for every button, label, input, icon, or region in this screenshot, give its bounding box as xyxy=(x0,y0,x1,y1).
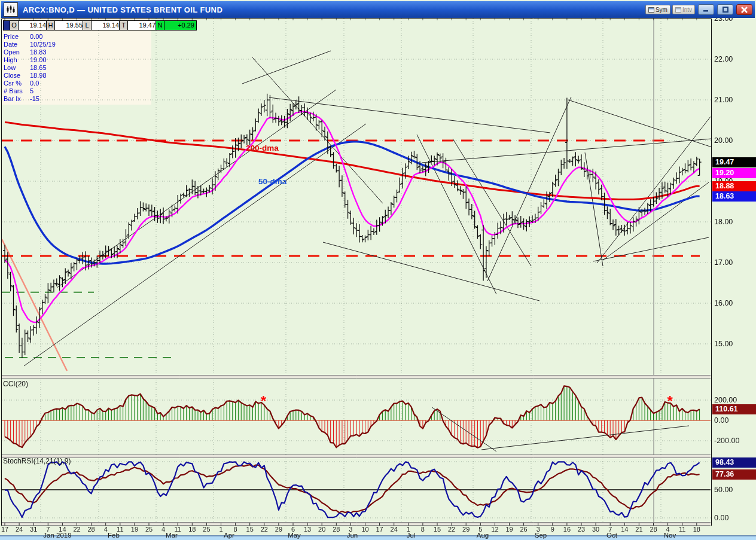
close-icon xyxy=(740,7,748,13)
date-tick-label: 16 xyxy=(559,526,575,533)
info-label: Close xyxy=(4,72,30,79)
info-label: # Bars xyxy=(4,87,30,94)
date-tick-label: 30 xyxy=(588,526,603,533)
info-value: 5 xyxy=(30,87,33,94)
cci-axis-label: -200.00 xyxy=(714,437,739,445)
cci-value-box: 110.61 xyxy=(712,404,756,414)
price-value-box: 18.88 xyxy=(712,181,756,191)
quote-last-label: T xyxy=(119,20,128,30)
price-axis-label: 16.00 xyxy=(714,299,733,307)
cci-axis-label: 200.00 xyxy=(714,396,737,404)
sym-button[interactable]: Sym xyxy=(645,5,670,14)
minimize-icon xyxy=(703,7,710,13)
date-tick-label: 25 xyxy=(141,526,157,533)
date-tick-label: 31 xyxy=(26,526,41,533)
price-axis-label: 21.00 xyxy=(714,96,733,104)
cci-panel-label: CCI(20) xyxy=(3,380,28,388)
info-value: 10/25/19 xyxy=(30,41,56,48)
maximize-icon xyxy=(722,7,729,13)
stoch-value-box: 98.43 xyxy=(712,457,756,468)
month-label: Nov xyxy=(664,532,676,539)
title-bar[interactable]: ARCX:BNO,D — UNITED STATES BRENT OIL FUN… xyxy=(1,1,755,18)
date-tick-label: 14 xyxy=(617,526,632,533)
month-label: Mar xyxy=(166,532,178,539)
info-value: 18.98 xyxy=(30,72,47,79)
info-row-#bars: # Bars5 xyxy=(4,87,33,95)
month-label: Sep xyxy=(535,532,547,539)
info-value: -15 xyxy=(30,95,39,102)
date-tick-label: 21 xyxy=(631,526,647,533)
info-label: Price xyxy=(4,33,30,40)
info-row-open: Open18.83 xyxy=(4,48,47,56)
info-label: High xyxy=(4,56,30,63)
price-value-box: 18.63 xyxy=(712,191,756,202)
quote-high-value: 19.55 xyxy=(54,20,85,30)
date-tick-label: 15 xyxy=(242,526,258,533)
date-tick-label: 28 xyxy=(84,526,99,533)
cci-star-marker: * xyxy=(261,397,266,405)
info-row-close: Close18.98 xyxy=(4,72,47,80)
info-label: Open xyxy=(4,48,30,56)
cci-axis-label: 0.00 xyxy=(714,416,728,425)
info-row-high: High19.00 xyxy=(4,56,47,64)
quote-high-label: H xyxy=(46,20,55,30)
ma50-line-label: 50-dma xyxy=(258,177,286,186)
month-label: Jul xyxy=(407,532,416,539)
stoch-axis-label: 0.00 xyxy=(714,514,728,522)
stoch-value-box: 77.36 xyxy=(712,469,756,480)
quote-last-value: 19.47 xyxy=(127,20,158,30)
date-tick-label: 28 xyxy=(328,526,344,533)
date-tick-label: 11 xyxy=(675,526,690,533)
info-row-barix: Bar Ix-15 xyxy=(4,95,39,103)
info-value: 18.65 xyxy=(30,64,47,71)
info-value: 0.00 xyxy=(30,33,42,40)
info-row-low: Low18.65 xyxy=(4,64,47,72)
date-tick-label: 24 xyxy=(386,526,402,533)
date-tick-label: 12 xyxy=(487,526,502,533)
quote-low-label: L xyxy=(83,20,92,30)
minimize-button[interactable] xyxy=(698,4,714,15)
price-value-box: 19.20 xyxy=(712,168,756,178)
date-tick-label: 24 xyxy=(11,526,27,533)
cci-star-marker: * xyxy=(667,397,672,405)
date-tick-label: 22 xyxy=(257,526,272,533)
quote-net-change: +0.29 xyxy=(164,20,197,30)
price-axis-label: 22.00 xyxy=(714,55,733,63)
date-tick-label: 17 xyxy=(0,526,13,533)
price-value-box: 19.47 xyxy=(712,157,756,167)
info-value: 19.00 xyxy=(30,56,47,63)
date-tick-label: 26 xyxy=(516,526,532,533)
month-label: Aug xyxy=(477,532,489,539)
date-tick-label: 29 xyxy=(458,526,474,533)
window-mini-icon xyxy=(675,7,681,13)
info-row-date: Date10/25/19 xyxy=(4,41,56,48)
info-row-csr%: Csr %0.0 xyxy=(4,80,39,87)
quote-open-value: 19.14 xyxy=(18,20,48,30)
date-tick-label: 9 xyxy=(545,526,560,533)
price-axis-label: 17.00 xyxy=(714,258,733,267)
app-icon xyxy=(4,2,18,17)
month-label: Jan 2019 xyxy=(43,532,71,539)
date-tick-label: 17 xyxy=(372,526,388,533)
intv-button[interactable]: Intv xyxy=(672,5,695,14)
date-tick-label: 8 xyxy=(415,526,431,533)
month-label: Apr xyxy=(224,532,234,539)
quote-open-label: O xyxy=(10,20,19,30)
stochrsi-panel-label: StochRSI(14,21(1),9) xyxy=(3,457,71,465)
date-tick-label: 25 xyxy=(199,526,214,533)
sym-button-label: Sym xyxy=(656,7,667,13)
month-label: Jun xyxy=(347,532,358,539)
close-button[interactable] xyxy=(736,4,752,15)
chart-window: ARCX:BNO,D — UNITED STATES BRENT OIL FUN… xyxy=(0,0,756,540)
price-axis-label: 18.00 xyxy=(714,218,733,226)
info-label: Date xyxy=(4,41,30,48)
intv-button-label: Intv xyxy=(682,7,692,13)
info-value: 0.0 xyxy=(30,80,39,87)
date-tick-label: 28 xyxy=(646,526,662,533)
date-tick-label: 13 xyxy=(300,526,315,533)
info-value: 18.83 xyxy=(30,48,47,56)
date-tick-label: 18 xyxy=(184,526,200,533)
chart-canvas[interactable] xyxy=(0,0,756,540)
maximize-button[interactable] xyxy=(717,4,733,15)
info-row-price: Price0.00 xyxy=(4,33,42,41)
